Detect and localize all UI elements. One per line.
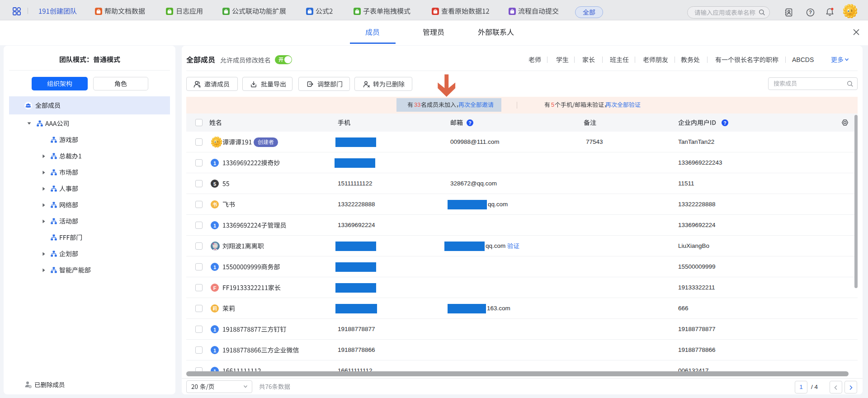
svg-text:?: ? xyxy=(468,120,471,125)
svg-text:?: ? xyxy=(723,120,726,125)
svg-text:?: ? xyxy=(809,9,812,15)
